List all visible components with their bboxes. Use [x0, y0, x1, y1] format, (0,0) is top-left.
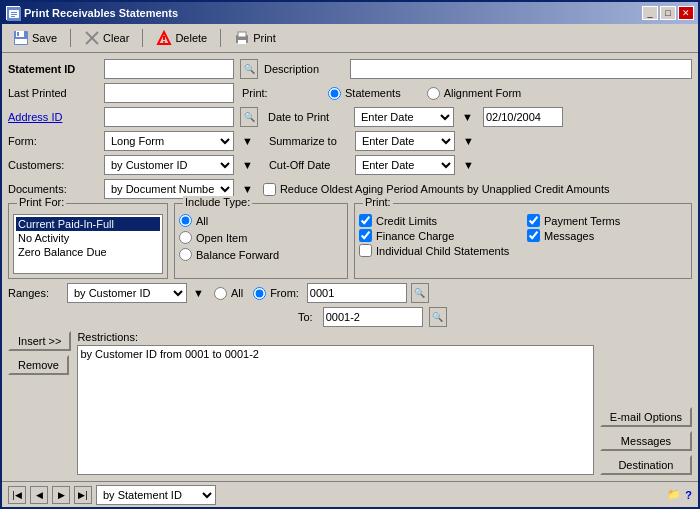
- insert-remove-buttons: Insert >> Remove: [8, 331, 71, 475]
- description-input[interactable]: [350, 59, 692, 79]
- address-id-search[interactable]: 🔍: [240, 107, 258, 127]
- customers-label: Customers:: [8, 159, 98, 171]
- minimize-button[interactable]: _: [642, 6, 658, 20]
- ranges-all-radio[interactable]: [214, 287, 227, 300]
- customers-select[interactable]: by Customer ID: [104, 155, 234, 175]
- statements-radio[interactable]: [328, 87, 341, 100]
- address-id-row: Address ID 🔍 Date to Print Enter Date ▼: [8, 107, 692, 127]
- sort-select[interactable]: by Statement ID: [96, 485, 216, 505]
- summarize-to-select[interactable]: Enter Date: [355, 131, 455, 151]
- cutoff-date-select[interactable]: Enter Date: [355, 155, 455, 175]
- folder-icon[interactable]: 📁: [667, 488, 681, 501]
- remove-button[interactable]: Remove: [8, 355, 69, 375]
- include-balance-forward-label: Balance Forward: [196, 249, 279, 261]
- separator-1: [70, 29, 71, 47]
- payment-terms-label: Payment Terms: [544, 215, 620, 227]
- credit-limits-label: Credit Limits: [376, 215, 437, 227]
- documents-row: Documents: by Document Number ▼ Reduce O…: [8, 179, 692, 199]
- form-field-label: Form:: [8, 135, 98, 147]
- print-for-item-2[interactable]: Zero Balance Due: [16, 245, 160, 259]
- email-options-button[interactable]: E-mail Options: [600, 407, 692, 427]
- documents-label: Documents:: [8, 183, 98, 195]
- main-window: Print Receivables Statements _ □ ✕ Save …: [0, 0, 700, 509]
- include-balance-forward-radio[interactable]: [179, 248, 192, 261]
- three-sections: Print For: Current Paid-In-Full No Activ…: [8, 203, 692, 279]
- last-printed-label: Last Printed: [8, 87, 98, 99]
- print-icon: [234, 30, 250, 46]
- close-button[interactable]: ✕: [678, 6, 694, 20]
- from-input[interactable]: [307, 283, 407, 303]
- restrictions-textarea[interactable]: [77, 345, 593, 475]
- clear-button[interactable]: Clear: [77, 27, 136, 49]
- separator-3: [220, 29, 221, 47]
- to-search[interactable]: 🔍: [429, 307, 447, 327]
- nav-next-button[interactable]: ▶: [52, 486, 70, 504]
- payment-terms-checkbox[interactable]: [527, 214, 540, 227]
- clear-label: Clear: [103, 32, 129, 44]
- messages-button[interactable]: Messages: [600, 431, 692, 451]
- ranges-select[interactable]: by Customer ID: [67, 283, 187, 303]
- ranges-row: Ranges: by Customer ID ▼ All From: 🔍: [8, 283, 692, 303]
- restrictions-label: Restrictions:: [77, 331, 593, 343]
- include-all-radio[interactable]: [179, 214, 192, 227]
- include-type-label: Include Type:: [183, 196, 252, 208]
- individual-child-row: Individual Child Statements: [359, 244, 687, 257]
- include-type-section: Include Type: All Open Item Balance Forw…: [174, 203, 348, 279]
- nav-last-button[interactable]: ▶|: [74, 486, 92, 504]
- alignment-form-radio[interactable]: [427, 87, 440, 100]
- maximize-button[interactable]: □: [660, 6, 676, 20]
- date-to-print-input[interactable]: [483, 107, 563, 127]
- address-id-input[interactable]: [104, 107, 234, 127]
- alignment-form-label: Alignment Form: [444, 87, 522, 99]
- help-icon[interactable]: ?: [685, 489, 692, 501]
- to-input[interactable]: [323, 307, 423, 327]
- print-for-item-0[interactable]: Current Paid-In-Full: [16, 217, 160, 231]
- messages-checkbox[interactable]: [527, 229, 540, 242]
- svg-rect-4: [11, 16, 15, 17]
- from-search[interactable]: 🔍: [411, 283, 429, 303]
- print-for-item-1[interactable]: No Activity: [16, 231, 160, 245]
- statement-id-row: Statement ID 🔍 Description: [8, 59, 692, 79]
- summarize-arrow-icon: ▼: [463, 135, 474, 147]
- destination-button[interactable]: Destination: [600, 455, 692, 475]
- svg-rect-8: [15, 39, 27, 44]
- credit-limits-checkbox[interactable]: [359, 214, 372, 227]
- statements-radio-label: Statements: [345, 87, 401, 99]
- statement-id-input[interactable]: [104, 59, 234, 79]
- finance-charge-label: Finance Charge: [376, 230, 454, 242]
- form-row: Form: Long Form ▼ Summarize to Enter Dat…: [8, 131, 692, 151]
- print-label-static: Print:: [242, 87, 322, 99]
- last-printed-row: Last Printed Print: Statements Alignment…: [8, 83, 692, 103]
- save-button[interactable]: Save: [6, 27, 64, 49]
- include-open-item-radio[interactable]: [179, 231, 192, 244]
- status-bar: |◀ ◀ ▶ ▶| by Statement ID 📁 ?: [2, 481, 698, 507]
- save-icon: [13, 30, 29, 46]
- nav-prev-button[interactable]: ◀: [30, 486, 48, 504]
- print-label: Print: [253, 32, 276, 44]
- print-button[interactable]: Print: [227, 27, 283, 49]
- window-icon: [6, 6, 20, 20]
- print-for-section-label: Print For:: [17, 196, 66, 208]
- to-row: To: 🔍: [298, 307, 692, 327]
- form-select[interactable]: Long Form: [104, 131, 234, 151]
- print-for-list[interactable]: Current Paid-In-Full No Activity Zero Ba…: [13, 214, 163, 274]
- insert-button[interactable]: Insert >>: [8, 331, 71, 351]
- ranges-from-radio[interactable]: [253, 287, 266, 300]
- address-id-label[interactable]: Address ID: [8, 111, 98, 123]
- to-label: To:: [298, 311, 313, 323]
- nav-first-button[interactable]: |◀: [8, 486, 26, 504]
- reduce-checkbox[interactable]: [263, 183, 276, 196]
- date-to-print-label: Date to Print: [268, 111, 348, 123]
- date-to-print-select[interactable]: Enter Date: [354, 107, 454, 127]
- last-printed-input[interactable]: [104, 83, 234, 103]
- ranges-from-group: From:: [253, 287, 299, 300]
- reduce-row: Reduce Oldest Aging Period Amounts by Un…: [263, 183, 610, 196]
- finance-charge-checkbox[interactable]: [359, 229, 372, 242]
- delete-button[interactable]: Delete: [149, 27, 214, 49]
- customers-row: Customers: by Customer ID ▼ Cut-Off Date…: [8, 155, 692, 175]
- restrictions-area: Insert >> Remove Restrictions: E-mail Op…: [8, 331, 692, 475]
- statement-id-search[interactable]: 🔍: [240, 59, 258, 79]
- alignment-form-group: Alignment Form: [427, 87, 522, 100]
- ranges-arrow-icon: ▼: [193, 287, 204, 299]
- individual-child-checkbox[interactable]: [359, 244, 372, 257]
